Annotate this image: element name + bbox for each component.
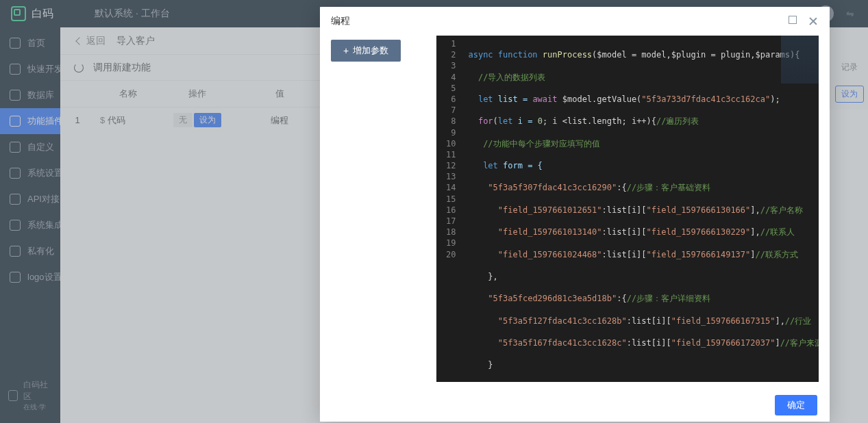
- modal-left-col: +增加参数: [331, 36, 427, 382]
- close-icon[interactable]: [808, 16, 819, 27]
- line-gutter: 1234567891011121314151617181920: [436, 36, 462, 382]
- expand-icon[interactable]: [789, 16, 797, 24]
- minimap[interactable]: [781, 36, 819, 84]
- modal-title: 编程: [331, 15, 350, 27]
- code-editor[interactable]: 1234567891011121314151617181920 async fu…: [436, 36, 819, 382]
- modal-footer: 确定: [320, 389, 830, 422]
- modal-body: +增加参数 1234567891011121314151617181920 as…: [320, 36, 830, 389]
- modal-header: 编程: [320, 7, 830, 36]
- code-content[interactable]: async function runProcess($model = model…: [462, 36, 819, 382]
- confirm-button[interactable]: 确定: [775, 395, 817, 415]
- add-param-label: 增加参数: [353, 44, 388, 57]
- add-param-button[interactable]: +增加参数: [331, 40, 401, 62]
- plus-icon: +: [343, 45, 349, 56]
- code-modal: 编程 +增加参数 1234567891011121314151617181920…: [320, 7, 830, 422]
